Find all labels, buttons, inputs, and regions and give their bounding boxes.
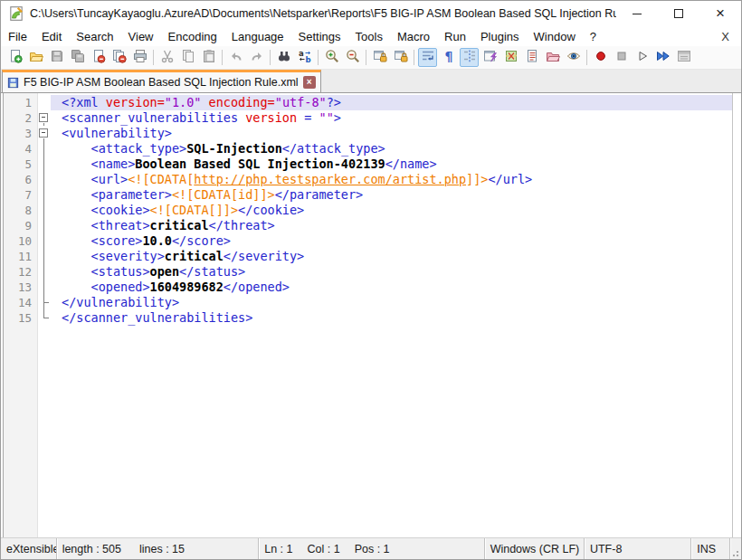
function-list-button[interactable] (480, 48, 499, 67)
fold-margin[interactable] (38, 93, 51, 537)
new-file-button[interactable] (5, 48, 24, 67)
line-number: 12 (4, 264, 37, 280)
fold-collapse-button[interactable] (38, 126, 51, 141)
code-line[interactable]: <status>open</status> (51, 264, 732, 280)
replace-icon: ab (298, 49, 312, 67)
line-number: 7 (4, 187, 37, 203)
word-wrap-button[interactable] (418, 48, 437, 67)
code-line[interactable]: <opened>1604989682</opened> (51, 280, 732, 295)
close-file-button[interactable] (89, 48, 108, 67)
saved-file-icon (6, 76, 20, 90)
code-line[interactable]: <scanner_vulnerabilities version = ""> (51, 110, 732, 126)
resize-grip[interactable] (730, 538, 741, 559)
menu-file[interactable]: File (2, 28, 33, 45)
zoom-in-icon (325, 49, 339, 67)
document-list-icon (525, 49, 539, 67)
close-button[interactable]: × (699, 1, 741, 26)
line-number: 13 (4, 280, 37, 295)
save-all-icon (71, 49, 85, 67)
menu-view[interactable]: View (122, 28, 160, 45)
menu-help[interactable]: ? (584, 28, 603, 45)
print-button[interactable] (130, 48, 149, 67)
line-number: 9 (4, 218, 37, 233)
menu-search[interactable]: Search (70, 28, 119, 45)
macro-playback-icon (635, 49, 650, 67)
toolbar-separator (414, 50, 414, 65)
minimize-button[interactable] (616, 1, 658, 26)
status-encoding[interactable]: UTF-8 (585, 538, 691, 559)
macro-stop-button[interactable] (612, 48, 631, 67)
menu-run[interactable]: Run (438, 28, 472, 45)
menu-language[interactable]: Language (225, 28, 290, 45)
line-number: 1 (4, 95, 37, 110)
sync-horizontal-button[interactable] (391, 48, 410, 67)
save-file-icon (50, 49, 64, 67)
code-line[interactable]: </vulnerability> (51, 295, 732, 310)
find-button[interactable] (274, 48, 293, 67)
menu-edit[interactable]: Edit (35, 28, 68, 45)
show-all-characters-button[interactable]: ¶ (439, 48, 458, 67)
minimize-icon (633, 14, 642, 14)
save-all-button[interactable] (68, 48, 87, 67)
save-file-button[interactable] (47, 48, 66, 67)
code-line[interactable]: <name>Boolean Based SQL Injection-402139… (51, 157, 732, 172)
code-line[interactable]: <score>10.0</score> (51, 233, 732, 249)
code-area[interactable]: <?xml version="1.0" encoding="utf-8"?><s… (51, 93, 732, 537)
sync-vertical-button[interactable] (370, 48, 389, 67)
monitoring-button[interactable] (564, 48, 583, 67)
folder-as-workspace-button[interactable] (543, 48, 562, 67)
code-line[interactable]: <cookie><![CDATA[]]></cookie> (51, 203, 732, 218)
title-bar[interactable]: C:\Users\TuncayKayaoglu.AzureAD\Document… (1, 1, 741, 26)
code-line[interactable]: </scanner_vulnerabilities> (51, 310, 732, 326)
document-list-button[interactable] (522, 48, 541, 67)
tab-close-button[interactable]: × (303, 76, 316, 89)
code-line[interactable]: <severity>critical</severity> (51, 249, 732, 264)
zoom-in-button[interactable] (322, 48, 341, 67)
menu-window[interactable]: Window (528, 28, 582, 45)
menu-tools[interactable]: Tools (349, 28, 389, 45)
status-length-lines: length : 505 lines : 15 (57, 538, 260, 559)
monitoring-icon (566, 49, 581, 67)
status-lines: lines : 15 (139, 543, 185, 555)
menu-macro[interactable]: Macro (391, 28, 436, 45)
maximize-icon (674, 9, 683, 18)
line-number-margin[interactable]: 123456789101112131415 (4, 93, 38, 537)
line-number: 5 (4, 157, 37, 172)
macro-playback-button[interactable] (633, 48, 652, 67)
code-line[interactable]: <vulnerability> (51, 126, 732, 141)
open-file-button[interactable] (26, 48, 45, 67)
copy-button[interactable] (178, 48, 197, 67)
maximize-button[interactable] (658, 1, 699, 26)
code-line[interactable]: <threat>critical</threat> (51, 218, 732, 233)
status-eol-format[interactable]: Windows (CR LF) (485, 538, 585, 559)
new-file-icon (8, 49, 23, 67)
macro-record-button[interactable] (591, 48, 610, 67)
menu-settings[interactable]: Settings (292, 28, 347, 45)
redo-button[interactable] (247, 48, 266, 67)
macro-run-multiple-button[interactable] (653, 48, 672, 67)
zoom-out-button[interactable] (343, 48, 362, 67)
document-map-button[interactable] (501, 48, 520, 67)
line-number: 3 (4, 126, 37, 141)
cut-button[interactable] (157, 48, 176, 67)
code-line[interactable]: <attack_type>SQL-Injection</attack_type> (51, 141, 732, 157)
editor[interactable]: 123456789101112131415 <?xml version="1.0… (3, 93, 733, 537)
fold-collapse-button[interactable] (38, 110, 51, 126)
paste-button[interactable] (199, 48, 218, 67)
status-insert-mode[interactable]: INS (691, 538, 730, 559)
code-line[interactable]: <parameter><![CDATA[id]]></parameter> (51, 187, 732, 203)
show-all-characters-icon: ¶ (442, 49, 456, 67)
replace-button[interactable]: ab (295, 48, 314, 67)
close-all-button[interactable] (109, 48, 128, 67)
menubar-close-button[interactable]: X (721, 30, 741, 43)
undo-button[interactable] (226, 48, 245, 67)
macro-save-button[interactable] (674, 48, 693, 67)
tab-document[interactable]: F5 BIG-IP ASM Boolean Based SQL Injectio… (2, 70, 321, 92)
code-line[interactable]: <?xml version="1.0" encoding="utf-8"?> (51, 95, 732, 110)
fold-marker (38, 187, 51, 203)
menu-encoding[interactable]: Encoding (162, 28, 224, 45)
menu-plugins[interactable]: Plugins (474, 28, 526, 45)
show-indent-guide-button[interactable] (460, 48, 479, 67)
code-line[interactable]: <url><![CDATA[http://php.testsparker.com… (51, 172, 732, 187)
fold-marker (38, 280, 51, 295)
